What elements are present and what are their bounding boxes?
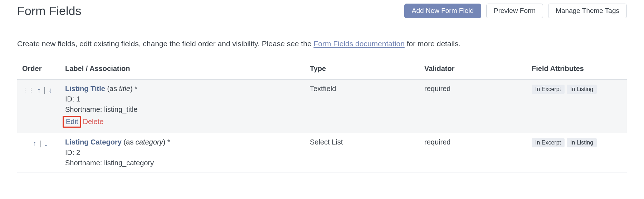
column-header-order: Order bbox=[17, 58, 60, 80]
attribute-badge: In Listing bbox=[567, 138, 597, 147]
header-buttons: Add New Form Field Preview Form Manage T… bbox=[404, 4, 627, 18]
manage-theme-tags-button[interactable]: Manage Theme Tags bbox=[548, 4, 627, 18]
page-header: Form Fields Add New Form Field Preview F… bbox=[0, 0, 644, 25]
table-body: ⋮⋮↑ | ↓Listing Title (as title) *ID: 1Sh… bbox=[17, 79, 627, 172]
add-new-form-field-button[interactable]: Add New Form Field bbox=[404, 4, 481, 18]
column-header-label: Label / Association bbox=[60, 58, 305, 80]
order-separator: | bbox=[44, 86, 45, 94]
field-type: Textfield bbox=[305, 79, 419, 133]
intro-text-before: Create new fields, edit existing fields,… bbox=[17, 39, 313, 48]
table-row: ↑ | ↓Listing Category (as category) *ID:… bbox=[17, 133, 627, 172]
field-validator: required bbox=[419, 79, 527, 133]
move-down-icon[interactable]: ↓ bbox=[44, 139, 48, 148]
field-shortname-line: Shortname: listing_title bbox=[65, 105, 300, 114]
field-association: (as title) * bbox=[105, 85, 137, 93]
page-title: Form Fields bbox=[17, 4, 404, 18]
attribute-badge: In Listing bbox=[567, 85, 597, 94]
field-shortname-line: Shortname: listing_category bbox=[65, 159, 300, 167]
preview-form-button[interactable]: Preview Form bbox=[486, 4, 543, 18]
attribute-badge: In Excerpt bbox=[532, 85, 565, 94]
column-header-validator: Validator bbox=[419, 58, 527, 80]
move-up-icon[interactable]: ↑ bbox=[37, 86, 41, 94]
field-label-link[interactable]: Listing Category bbox=[65, 138, 122, 146]
drag-handle-icon[interactable]: ⋮⋮ bbox=[22, 87, 34, 94]
table-row: ⋮⋮↑ | ↓Listing Title (as title) *ID: 1Sh… bbox=[17, 79, 627, 133]
field-id-line: ID: 2 bbox=[65, 148, 300, 157]
intro-text: Create new fields, edit existing fields,… bbox=[0, 25, 644, 58]
column-header-attributes: Field Attributes bbox=[527, 58, 627, 80]
documentation-link[interactable]: Form Fields documentation bbox=[313, 39, 404, 48]
field-association: (as category) * bbox=[122, 138, 170, 146]
attribute-badge: In Excerpt bbox=[532, 138, 565, 147]
field-validator: required bbox=[419, 133, 527, 172]
move-down-icon[interactable]: ↓ bbox=[48, 86, 52, 94]
column-header-type: Type bbox=[305, 58, 419, 80]
edit-link[interactable]: Edit bbox=[66, 118, 78, 125]
form-fields-table: Order Label / Association Type Validator… bbox=[17, 58, 627, 172]
intro-text-after: for more details. bbox=[405, 39, 460, 48]
delete-link[interactable]: Delete bbox=[83, 118, 103, 125]
field-attributes: In ExcerptIn Listing bbox=[527, 133, 627, 172]
field-label-link[interactable]: Listing Title bbox=[65, 85, 105, 93]
order-separator: | bbox=[39, 139, 41, 148]
move-up-icon[interactable]: ↑ bbox=[33, 139, 36, 148]
field-attributes: In ExcerptIn Listing bbox=[527, 79, 627, 133]
field-type: Select List bbox=[305, 133, 419, 172]
field-id-line: ID: 1 bbox=[65, 95, 300, 103]
